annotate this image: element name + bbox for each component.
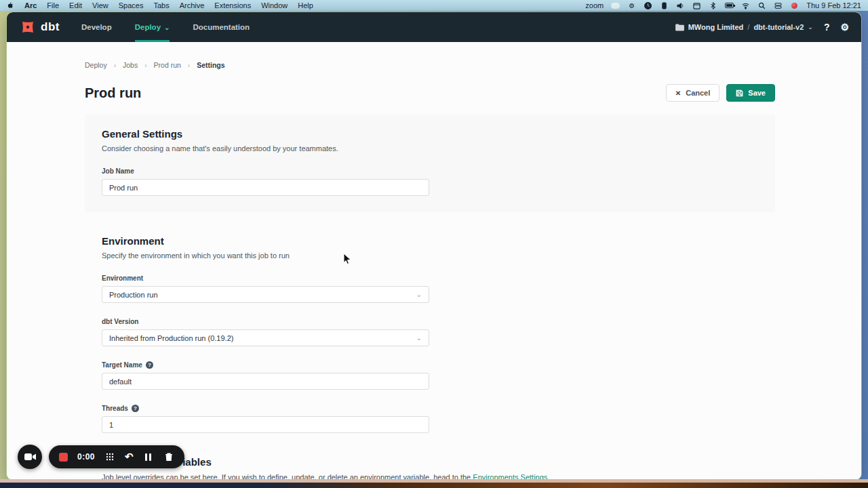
dbt-logo[interactable]: dbt: [19, 18, 60, 36]
status-dot-icon[interactable]: [790, 1, 799, 10]
target-name-input[interactable]: [102, 373, 429, 390]
dbt-version-select[interactable]: Inherited from Production run (0.19.2) ⌄: [102, 329, 429, 346]
header-right: MWong Limited / dbt-tutorial-v2 ⌄ ? ⚙: [675, 22, 849, 32]
job-name-input[interactable]: [102, 179, 429, 196]
gear-menubar-icon[interactable]: ⚙: [627, 1, 636, 10]
general-settings-heading: General Settings: [102, 128, 758, 140]
video-camera-icon: [24, 453, 36, 461]
menu-arc[interactable]: Arc: [24, 0, 37, 11]
threads-label: Threads: [102, 405, 128, 412]
cloud-icon[interactable]: [611, 1, 620, 10]
environment-variables-heading: Environment Variables: [102, 456, 758, 468]
control-center-icon[interactable]: [774, 1, 783, 10]
dbt-logo-text: dbt: [41, 20, 60, 34]
help-icon[interactable]: ?: [824, 22, 830, 32]
breadcrumb-deploy[interactable]: Deploy: [85, 61, 107, 69]
help-circle-icon[interactable]: ?: [132, 405, 139, 412]
macos-menubar: Arc File Edit View Spaces Tabs Archive E…: [0, 0, 868, 11]
chevron-down-icon: ⌄: [808, 24, 813, 30]
target-name-label: Target Name: [102, 361, 142, 369]
save-button[interactable]: Save: [726, 84, 775, 102]
trash-icon[interactable]: [163, 451, 174, 462]
nav-develop[interactable]: Develop: [81, 12, 112, 42]
clock-icon[interactable]: [644, 1, 652, 10]
chevron-right-icon: ›: [144, 62, 146, 69]
menu-spaces[interactable]: Spaces: [119, 0, 144, 11]
help-circle-icon[interactable]: ?: [146, 361, 153, 369]
menu-edit[interactable]: Edit: [69, 0, 82, 11]
environment-label: Environment: [102, 274, 758, 282]
account-switcher[interactable]: MWong Limited / dbt-tutorial-v2 ⌄: [675, 23, 813, 31]
environment-select[interactable]: Production run ⌄: [102, 286, 429, 303]
title-row: Prod run ✕ Cancel Save: [85, 84, 775, 102]
general-settings-card: General Settings Consider choosing a nam…: [85, 115, 775, 212]
environment-heading: Environment: [102, 235, 758, 247]
menu-help[interactable]: Help: [298, 0, 313, 11]
spotlight-search-icon[interactable]: [757, 1, 766, 10]
dbt-app-header: dbt Develop Deploy⌄ Documentation MWong …: [7, 12, 861, 42]
breadcrumb-prod-run[interactable]: Prod run: [154, 61, 181, 69]
breadcrumb: Deploy › Jobs › Prod run › Settings: [85, 42, 775, 69]
environment-description: Specify the environment in which you wan…: [102, 251, 758, 260]
menubar-clock[interactable]: Thu 9 Feb 12:21: [806, 0, 861, 11]
bluetooth-icon[interactable]: [709, 1, 717, 10]
primary-nav: Develop Deploy⌄ Documentation: [81, 12, 250, 42]
page-content: Deploy › Jobs › Prod run › Settings Prod…: [7, 42, 861, 480]
battery-icon[interactable]: [725, 1, 734, 10]
menu-tabs[interactable]: Tabs: [153, 0, 169, 11]
menu-archive[interactable]: Archive: [180, 0, 205, 11]
chevron-down-icon: ⌄: [416, 334, 422, 342]
menu-extensions[interactable]: Extensions: [214, 0, 251, 11]
calendar-icon[interactable]: [692, 1, 701, 10]
settings-gear-icon[interactable]: ⚙: [840, 22, 849, 32]
breadcrumb-settings: Settings: [197, 61, 224, 69]
undo-icon[interactable]: ↶: [125, 452, 134, 462]
wifi-icon[interactable]: [741, 1, 750, 10]
chevron-down-icon: ⌄: [416, 291, 422, 298]
volume-icon[interactable]: [676, 1, 685, 10]
menubar-left: Arc File Edit View Spaces Tabs Archive E…: [7, 0, 313, 11]
account-separator: /: [747, 23, 749, 31]
menubar-right: zoom ⚙ Thu 9 Feb 12:21: [585, 0, 861, 11]
dbt-logo-icon: [19, 18, 37, 36]
environment-section: Environment Specify the environment in w…: [85, 235, 775, 433]
environment-variables-section: Environment Variables Job level override…: [85, 456, 775, 480]
stop-recording-button[interactable]: [59, 453, 68, 462]
wallpaper-strip-dark: [0, 483, 868, 488]
general-settings-description: Consider choosing a name that's easily u…: [102, 144, 758, 152]
save-floppy-icon: [736, 89, 743, 97]
page-title: Prod run: [85, 85, 141, 101]
zoom-menu-label[interactable]: zoom: [585, 0, 604, 11]
chevron-down-icon: ⌄: [164, 24, 170, 31]
apple-menu-icon[interactable]: [7, 1, 14, 9]
threads-input[interactable]: [102, 416, 429, 433]
pause-icon[interactable]: [143, 451, 154, 462]
close-x-icon: ✕: [675, 89, 681, 97]
account-name: MWong Limited: [688, 23, 744, 31]
project-name: dbt-tutorial-v2: [753, 23, 804, 31]
browser-window: dbt Develop Deploy⌄ Documentation MWong …: [7, 12, 861, 480]
drag-handle-icon[interactable]: [104, 451, 115, 462]
recorder-toolbar: 0:00 ↶: [49, 445, 184, 468]
recorder-camera-button[interactable]: [18, 445, 42, 469]
menu-file[interactable]: File: [47, 0, 59, 11]
nav-deploy[interactable]: Deploy⌄: [135, 12, 170, 42]
cancel-button[interactable]: ✕ Cancel: [666, 84, 719, 102]
nav-documentation[interactable]: Documentation: [193, 12, 250, 42]
chevron-right-icon: ›: [188, 62, 190, 69]
chevron-right-icon: ›: [114, 62, 116, 69]
job-name-label: Job Name: [102, 167, 758, 175]
recording-timer: 0:00: [77, 452, 95, 462]
app-status-icon[interactable]: [660, 1, 669, 10]
dbt-version-label: dbt Version: [102, 318, 758, 325]
menu-view[interactable]: View: [92, 0, 108, 11]
folder-icon: [675, 24, 684, 31]
menu-window[interactable]: Window: [261, 0, 288, 11]
breadcrumb-jobs[interactable]: Jobs: [123, 61, 138, 69]
